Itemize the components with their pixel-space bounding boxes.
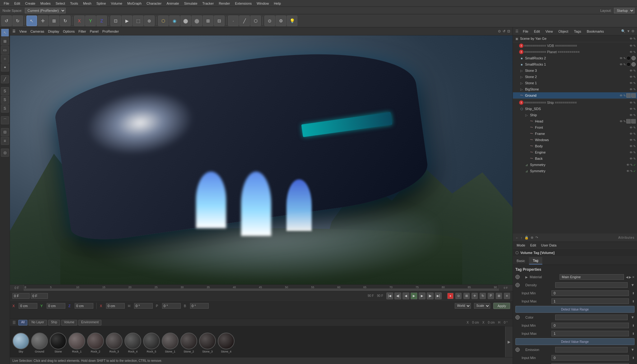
- toolbar-z-axis[interactable]: Z: [96, 16, 107, 26]
- emission-slider[interactable]: [555, 347, 628, 352]
- hamburger-mat[interactable]: ☰: [12, 320, 16, 325]
- obj-vdb[interactable]: ! =========== VDB =========== 👁 ✎: [513, 43, 637, 49]
- timeline-ruler-track[interactable]: 0 5 10 15 20 25 30 35 40 45 50 55 60 65 …: [24, 285, 499, 291]
- x-input[interactable]: [19, 303, 37, 309]
- material-stone4[interactable]: Stone_4: [218, 333, 235, 353]
- toolbar-settings[interactable]: ⚙: [276, 16, 286, 26]
- colormin-input[interactable]: [551, 323, 629, 328]
- toolbar-object-axis[interactable]: ⊡: [110, 16, 121, 26]
- menu-file[interactable]: File: [1, 1, 12, 6]
- obj-engine[interactable]: 〜 Engine 👁 ✎: [513, 149, 637, 155]
- h-input[interactable]: [134, 303, 153, 309]
- attr-nav-lock[interactable]: 🔒: [524, 236, 529, 240]
- menu-character[interactable]: Character: [144, 1, 164, 6]
- obj-body[interactable]: 〜 Body 👁 ✎: [513, 143, 637, 149]
- palette-scroll-right[interactable]: ▶: [505, 326, 513, 357]
- toolbar-select[interactable]: ↖: [26, 16, 37, 26]
- layout-select[interactable]: Startup: [614, 8, 635, 13]
- tool-circle[interactable]: ○: [1, 55, 9, 63]
- filter-nolayer[interactable]: No Layer: [29, 320, 47, 325]
- viewport-icon-link[interactable]: ⊙: [498, 29, 501, 33]
- tool-bend[interactable]: ⌒: [1, 116, 9, 124]
- toolbar-points[interactable]: ·: [228, 16, 239, 26]
- step-forward-btn[interactable]: ▶: [419, 293, 425, 299]
- toolbar-perspective[interactable]: ⬡: [158, 16, 169, 26]
- step-back-btn[interactable]: ◀: [402, 293, 409, 299]
- material-rock2[interactable]: Rock_2: [87, 333, 104, 353]
- obj-header-object[interactable]: Object: [557, 30, 570, 33]
- viewport-prorender[interactable]: ProRender: [102, 30, 119, 33]
- detect-btn-1[interactable]: Detect Value Range: [515, 306, 635, 313]
- toolbar-interactive-render[interactable]: ⊛: [144, 16, 155, 26]
- filter-environment[interactable]: Environment: [78, 320, 101, 325]
- key-rot-btn[interactable]: ↻: [480, 293, 486, 299]
- tool-checker[interactable]: ⊞: [1, 37, 9, 45]
- world-select[interactable]: World: [455, 303, 471, 309]
- prev-keyframe-btn[interactable]: ◀|: [394, 293, 401, 299]
- toolbar-top[interactable]: ◉: [169, 16, 180, 26]
- colormin-spinners[interactable]: ⬍: [632, 324, 635, 327]
- obj-manager-hamburger[interactable]: ☰: [515, 29, 518, 33]
- tool-s1[interactable]: S: [1, 87, 9, 95]
- obj-ship[interactable]: ▷ Ship 👁 ✎: [513, 112, 637, 118]
- toolbar-front[interactable]: ⬤: [192, 16, 202, 26]
- tool-s3[interactable]: S: [1, 104, 9, 113]
- material-rock4[interactable]: Rock_4: [124, 333, 141, 353]
- scale-select[interactable]: Scale: [474, 303, 490, 309]
- obj-header-file[interactable]: File: [522, 30, 530, 33]
- y-input[interactable]: [47, 303, 65, 309]
- obj-frame[interactable]: 〜 Frame 👁 ✎: [513, 131, 637, 137]
- key-pos-btn[interactable]: ✛: [472, 293, 478, 299]
- obj-stone1[interactable]: ▷ Stone 1 👁 ✎: [513, 80, 637, 86]
- obj-front[interactable]: 〜 Front 👁 ✎: [513, 124, 637, 131]
- menu-mesh[interactable]: Mesh: [81, 1, 94, 6]
- obj-back[interactable]: 〜 Back 👁 ✎: [513, 155, 637, 162]
- menu-help[interactable]: Help: [271, 1, 283, 6]
- material-rock3[interactable]: Rock_3: [106, 333, 123, 353]
- material-stone3[interactable]: Stone_3: [199, 333, 216, 353]
- toolbar-scale[interactable]: ⊞: [49, 16, 59, 26]
- viewport-panel[interactable]: Panel: [90, 30, 99, 33]
- key-scale-btn[interactable]: P: [488, 293, 494, 299]
- obj-header-bookmarks[interactable]: Bookmarks: [585, 30, 605, 33]
- material-sky[interactable]: Sky: [12, 333, 29, 353]
- toolbar-4way[interactable]: ⊞: [203, 16, 213, 26]
- toolbar-undo[interactable]: ↺: [1, 16, 12, 26]
- tool-stack[interactable]: ≡: [1, 137, 9, 145]
- attr-edit-btn[interactable]: Edit: [529, 243, 537, 247]
- attr-userdata-btn[interactable]: User Data: [540, 243, 558, 247]
- emission-expand-icon[interactable]: ▼: [631, 348, 635, 352]
- b-input[interactable]: [190, 303, 209, 309]
- tool-s2[interactable]: S: [1, 96, 9, 104]
- menu-render[interactable]: Render: [216, 1, 232, 6]
- toolbar-x-axis[interactable]: X: [74, 16, 85, 26]
- viewport-display[interactable]: Display: [48, 30, 59, 33]
- tool-star[interactable]: ✦: [1, 63, 9, 71]
- obj-ship-sep[interactable]: ! =========== Ship =========== 👁 ✎: [513, 99, 637, 106]
- toolbar-split[interactable]: ⊟: [214, 16, 225, 26]
- menu-animate[interactable]: Animate: [164, 1, 181, 6]
- obj-bigstone[interactable]: ▷ BigStone 👁 ✎: [513, 86, 637, 92]
- viewport-view[interactable]: View: [19, 30, 27, 33]
- toolbar-render[interactable]: ▶: [122, 16, 132, 26]
- attr-tab-tag[interactable]: Tag: [529, 257, 542, 265]
- material-stone2[interactable]: Stone_2: [180, 333, 197, 353]
- menu-spline[interactable]: Spline: [94, 1, 109, 6]
- filter-all[interactable]: All: [18, 320, 27, 325]
- toolbar-right[interactable]: ⬤: [180, 16, 191, 26]
- record-btn[interactable]: ●: [447, 293, 453, 299]
- colormax-input[interactable]: [551, 331, 629, 336]
- viewport-options[interactable]: Options: [63, 30, 75, 33]
- attr-nav-expand[interactable]: ⊕: [531, 236, 533, 240]
- toolbar-render-region[interactable]: ⬚: [133, 16, 143, 26]
- toolbar-light[interactable]: 💡: [287, 16, 297, 26]
- obj-stone3[interactable]: ▷ Stone 3 👁 ✎: [513, 67, 637, 74]
- inputmax-input[interactable]: [551, 298, 629, 304]
- attr-nav-up[interactable]: ↑: [521, 236, 523, 240]
- mat-arrow-right[interactable]: ▶: [629, 275, 631, 279]
- obj-filter-icon[interactable]: ▼: [627, 29, 630, 33]
- obj-head[interactable]: 〜 Head 👁 ✎: [513, 118, 637, 124]
- menu-volume[interactable]: Volume: [109, 1, 125, 6]
- obj-settings-icon[interactable]: ⚙: [631, 29, 635, 33]
- filter-ship[interactable]: Ship: [48, 320, 60, 325]
